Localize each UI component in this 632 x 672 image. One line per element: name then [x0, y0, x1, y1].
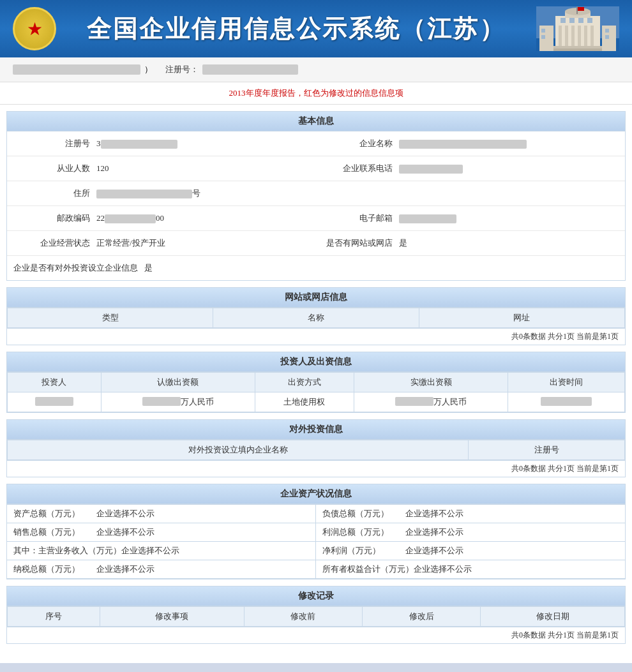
asset-info-section: 企业资产状况信息 资产总额（万元） 企业选择不公示 负债总额（万元） 企业选择不…	[6, 484, 626, 579]
investor-info-section: 投资人及出资信息 投资人 认缴出资额 出资方式 实缴出资额 出资时间 万人民币 …	[6, 352, 626, 413]
equity-total-value: 企业选择不公示	[414, 564, 472, 575]
foreign-invest-pagination: 共0条数据 共分1页 当前是第1页	[7, 460, 625, 477]
svg-rect-13	[578, 18, 583, 23]
main-biz-value: 企业选择不公示	[121, 545, 179, 556]
svg-rect-24	[605, 35, 609, 39]
sales-total-label: 销售总额（万元）	[13, 526, 96, 538]
foreign-col-regno: 注册号	[469, 440, 625, 460]
contact-phone-row: 企业联系电话	[316, 160, 619, 177]
company-name-value	[399, 138, 527, 149]
svg-rect-22	[541, 35, 545, 39]
contact-phone-value	[399, 163, 463, 174]
investor-col-time: 出资时间	[508, 373, 625, 392]
profit-total-row: 利润总额（万元） 企业选择不公示	[316, 523, 625, 542]
website-pagination: 共0条数据 共分1页 当前是第1页	[7, 328, 625, 345]
website-table: 类型 名称 网址	[7, 308, 625, 328]
asset-total-label: 资产总额（万元）	[13, 508, 96, 519]
website-info-section: 网站或网店信息 类型 名称 网址 共0条数据 共分1页 当前是第1页	[6, 287, 626, 345]
reg-no-row: 注册号 3	[13, 135, 316, 152]
investor-table: 投资人 认缴出资额 出资方式 实缴出资额 出资时间 万人民币 土地使用权 万人民…	[7, 372, 625, 412]
company-paren: ）	[144, 64, 153, 75]
svg-rect-11	[561, 18, 566, 23]
investor-subscribed: 万人民币	[101, 392, 255, 412]
investor-col-method: 出资方式	[255, 373, 354, 392]
modify-col-after: 修改后	[363, 607, 481, 627]
tax-total-label: 纳税总额（万元）	[13, 564, 96, 575]
equity-total-row: 所有者权益合计（万元） 企业选择不公示	[316, 560, 625, 579]
address-row: 住所 号	[13, 185, 316, 202]
sales-total-row: 销售总额（万元） 企业选择不公示	[7, 523, 316, 542]
liability-total-row: 负债总额（万元） 企业选择不公示	[316, 505, 625, 523]
modify-col-before: 修改前	[244, 607, 362, 627]
modify-record-title: 修改记录	[7, 586, 625, 606]
basic-row-5: 企业经营状态 正常经营/投产开业 是否有网站或网店 是	[7, 231, 625, 256]
tax-total-value: 企业选择不公示	[96, 564, 154, 575]
basic-row-2: 从业人数 120 企业联系电话	[7, 156, 625, 181]
reg-number-blurred	[202, 64, 298, 75]
investor-col-subscribed: 认缴出资额	[101, 373, 255, 392]
foreign-invest-flag-value: 是	[144, 262, 153, 274]
basic-info-section: 基本信息 注册号 3 企业名称 从业人数 120 企业联系电话	[6, 111, 626, 281]
reg-label: 注册号：	[165, 64, 199, 75]
basic-row-6: 企业是否有对外投资设立企业信息 是	[7, 256, 625, 280]
investor-tbody: 万人民币 土地使用权 万人民币	[8, 392, 625, 412]
net-profit-row: 净利润（万元） 企业选择不公示	[316, 542, 625, 560]
employee-count-value: 120	[96, 163, 109, 174]
svg-rect-18	[549, 49, 606, 51]
investor-row-1: 万人民币 土地使用权 万人民币	[8, 392, 625, 412]
profit-total-value: 企业选择不公示	[405, 526, 463, 538]
net-profit-label: 净利润（万元）	[322, 545, 405, 556]
investor-time	[508, 392, 625, 412]
investor-col-name: 投资人	[8, 373, 102, 392]
postcode-value: 22 00	[96, 213, 164, 223]
employee-count-label: 从业人数	[13, 163, 90, 174]
notice-bar: 2013年度年度报告，红色为修改过的信息信息项	[0, 82, 632, 105]
svg-rect-23	[605, 29, 609, 33]
investor-method: 土地使用权	[255, 392, 354, 412]
company-name-blurred	[13, 64, 140, 75]
modify-table: 序号 修改事项 修改前 修改后 修改日期	[7, 606, 625, 627]
svg-rect-16	[578, 7, 584, 11]
modify-col-item: 修改事项	[100, 607, 245, 627]
website-info-title: 网站或网店信息	[7, 288, 625, 308]
email-label: 电子邮箱	[316, 213, 393, 224]
liability-total-value: 企业选择不公示	[405, 508, 463, 519]
company-name-row: 企业名称	[316, 135, 619, 152]
building-illustration	[536, 6, 619, 51]
postcode-row: 邮政编码 22 00	[13, 210, 316, 227]
empty-cell	[316, 260, 619, 276]
employee-count-row: 从业人数 120	[13, 160, 316, 177]
content-area: ） 注册号： 2013年度年度报告，红色为修改过的信息信息项 基本信息 注册号 …	[0, 57, 632, 663]
svg-rect-21	[541, 29, 545, 33]
basic-info-title: 基本信息	[7, 112, 625, 131]
investor-paid: 万人民币	[354, 392, 508, 412]
main-biz-label: 其中：主营业务收入（万元）	[13, 545, 121, 556]
header: ★ 全国企业信用信息公示系统（江苏）	[0, 0, 632, 57]
email-row: 电子邮箱	[316, 210, 619, 227]
website-col-url: 网址	[419, 308, 624, 328]
foreign-invest-flag-row: 企业是否有对外投资设立企业信息 是	[13, 260, 316, 276]
investor-col-paid: 实缴出资额	[354, 373, 508, 392]
svg-rect-15	[576, 6, 578, 14]
basic-row-1: 注册号 3 企业名称	[7, 131, 625, 156]
net-profit-value: 企业选择不公示	[405, 545, 463, 556]
svg-rect-12	[569, 18, 575, 23]
svg-rect-17	[552, 46, 603, 49]
biz-status-label: 企业经营状态	[13, 237, 90, 249]
svg-rect-14	[587, 18, 592, 23]
basic-row-4: 邮政编码 22 00 电子邮箱	[7, 206, 625, 231]
equity-total-label: 所有者权益合计（万元）	[322, 564, 414, 575]
tax-total-row: 纳税总额（万元） 企业选择不公示	[7, 560, 316, 579]
website-col-type: 类型	[8, 308, 213, 328]
asset-grid: 资产总额（万元） 企业选择不公示 负债总额（万元） 企业选择不公示 销售总额（万…	[7, 504, 625, 579]
notice-text: 2013年度年度报告，红色为修改过的信息信息项	[229, 88, 403, 98]
site-title: 全国企业信用信息公示系统（江苏）	[56, 13, 536, 45]
investor-name	[8, 392, 102, 412]
basic-row-3: 住所 号	[7, 181, 625, 206]
email-value	[399, 213, 456, 223]
biz-status-row: 企业经营状态 正常经营/投产开业	[13, 235, 316, 251]
asset-total-value: 企业选择不公示	[96, 508, 154, 519]
biz-status-value: 正常经营/投产开业	[96, 237, 165, 249]
investor-info-title: 投资人及出资信息	[7, 352, 625, 372]
has-website-row: 是否有网站或网店 是	[316, 235, 619, 251]
